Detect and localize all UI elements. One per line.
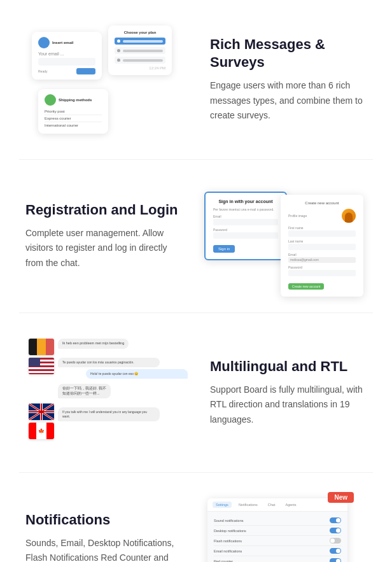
registration-content: Registration and Login Complete user man… [25, 201, 182, 271]
settings-body: Sound notifications Desktop notification… [207, 512, 347, 562]
flag-row-1: Ik heb een probleem met mijn bestelling [29, 339, 188, 355]
your-email-label: Your email ... [38, 52, 95, 56]
email-field-label: Email [213, 214, 278, 218]
rich-messages-content: Rich Messages & Surveys Engage users wit… [210, 36, 367, 124]
setting-counter-label: Red counter [214, 559, 233, 563]
priority-post: Priority post [45, 108, 102, 115]
email-register-input[interactable]: melissa@gmail.com [288, 257, 356, 263]
rich-messages-image: Insert email Your email ... Ready Choose… [25, 25, 191, 134]
email-register-label: Email [288, 253, 356, 256]
multilingual-image: Ik heb een probleem met mijn bestelling … [25, 339, 191, 447]
signin-btn[interactable]: Sign in [213, 245, 235, 253]
tab-notifications[interactable]: Notifications [235, 502, 261, 508]
setting-flash: Flash notifications [214, 536, 341, 546]
multilingual-desc: Support Board is fully multilingual, wit… [210, 383, 367, 428]
flag-canada: 🍁 [29, 423, 54, 439]
notifications-content: Notifications Sounds, Email, Desktop Not… [25, 511, 182, 562]
notifications-desc: Sounds, Email, Desktop Notifications, Fl… [25, 536, 182, 562]
first-name-input[interactable] [288, 230, 356, 237]
first-name-field: First name [288, 226, 356, 237]
toggle-desktop[interactable] [330, 528, 341, 533]
shipping-label: Shipping methods [59, 98, 92, 102]
chat-bubble-5: If you talk with me I will understand yo… [58, 407, 160, 421]
platinum-plan [115, 57, 165, 64]
chat-bubbles-us: Te puedo ayudar con los más usuarios pag… [58, 358, 188, 381]
basic-plan [115, 38, 165, 45]
signin-hint: Per favore inserisci una e-mail o passwo… [213, 207, 278, 211]
toggle-email[interactable] [330, 548, 341, 554]
settings-screen: Settings Notifications Chat Agents Sound… [207, 498, 347, 562]
email-field-wrap: Email [213, 214, 278, 225]
tab-agents[interactable]: Agents [282, 502, 299, 508]
register-card: Create new account Profile image First n… [281, 195, 363, 297]
password-field-input[interactable] [213, 232, 278, 239]
insert-email-card: Insert email Your email ... Ready [32, 32, 102, 80]
registration-image: Sign in with your account Per favore ins… [201, 185, 367, 287]
email-field-input[interactable] [213, 219, 278, 225]
password-register-field: Password [288, 265, 356, 276]
rich-messages-mockup: Insert email Your email ... Ready Choose… [32, 25, 185, 134]
notifications-title: Notifications [25, 511, 182, 530]
last-name-label: Last name [288, 239, 356, 243]
flag-australia [29, 404, 54, 420]
setting-flash-label: Flash notifications [214, 539, 242, 543]
login-mockup: Sign in with your account Per favore ins… [204, 185, 363, 287]
tab-settings[interactable]: Settings [213, 502, 232, 508]
create-account-btn[interactable]: Create new account [288, 283, 324, 290]
setting-counter: Red counter [214, 556, 341, 562]
setting-desktop-label: Desktop notifications [214, 529, 246, 533]
setting-desktop: Desktop notifications [214, 526, 341, 536]
au-flag-svg [29, 404, 54, 420]
send-btn [76, 68, 95, 74]
last-name-input[interactable] [288, 244, 356, 250]
notifications-mockup: New Settings Notifications Chat Agents S… [207, 498, 360, 562]
multilingual-title: Multilingual and RTL [210, 358, 367, 376]
section-rich-messages: Insert email Your email ... Ready Choose… [0, 0, 392, 159]
setting-email-label: Email notifications [214, 549, 242, 553]
tab-chat[interactable]: Chat [265, 502, 279, 508]
section-multilingual: Ik heb een probleem met mijn bestelling … [0, 313, 392, 472]
password-register-label: Password [288, 265, 356, 269]
chat-bubble-2: Te puedo ayudar con los más usuarios pag… [58, 358, 160, 367]
last-name-field: Last name [288, 239, 356, 250]
flag-belgium [29, 339, 54, 355]
section-registration: Sign in with your account Per favore ins… [0, 160, 392, 313]
multilingual-mockup: Ik heb een probleem met mijn bestelling … [29, 339, 188, 447]
rich-messages-title: Rich Messages & Surveys [210, 36, 367, 72]
avatar-blue [38, 37, 50, 48]
section-notifications: New Settings Notifications Chat Agents S… [0, 473, 392, 562]
password-field-wrap: Password [213, 228, 278, 239]
setting-email: Email notifications [214, 546, 341, 556]
insert-email-label: Insert email [52, 41, 73, 45]
signin-title: Sign in with your account [213, 199, 278, 204]
flag-row-3: 你好一下吗，我还好. 我不知道你问的一些一样... [29, 384, 188, 401]
flag-placeholder [29, 384, 54, 400]
chat-bubble-4: 你好一下吗，我还好. 我不知道你问的一些一样... [58, 384, 111, 398]
toggle-sound[interactable] [330, 517, 341, 523]
password-field-label: Password [213, 228, 278, 232]
password-register-input[interactable] [288, 270, 356, 276]
chat-bubble-1: Ik heb een probleem met mijn bestelling [58, 339, 129, 349]
toggle-counter[interactable] [330, 558, 341, 562]
flags-au-ca: 🍁 [29, 404, 54, 439]
new-badge: New [328, 492, 354, 503]
ready-label: Ready [38, 69, 76, 73]
profile-pic [342, 209, 356, 223]
registration-desc: Complete user management. Allow visitors… [25, 226, 182, 271]
rich-messages-desc: Engage users with more than 6 rich messa… [210, 78, 367, 123]
shipping-card: Shipping methods Priority post Express c… [38, 89, 108, 134]
setting-sound-label: Sound notifications [214, 519, 243, 523]
flag-row-4: 🍁 If you talk with me I will understand … [29, 404, 188, 439]
create-title: Create new account [288, 201, 356, 205]
choose-plan-label: Choose your plan [115, 31, 165, 34]
express-courier: Express courier [45, 115, 102, 122]
flag-row-2: Te puedo ayudar con los más usuarios pag… [29, 358, 188, 381]
plan-time: 12:24 PM [115, 66, 165, 70]
email-input-line [38, 58, 95, 66]
flag-usa [29, 358, 54, 374]
premium-plan [115, 47, 165, 54]
choose-plan-card: Choose your plan 12:24 PM [108, 25, 172, 75]
avatar-green [45, 94, 56, 106]
profile-image-label: Profile image [288, 214, 307, 218]
toggle-flash[interactable] [330, 538, 341, 544]
